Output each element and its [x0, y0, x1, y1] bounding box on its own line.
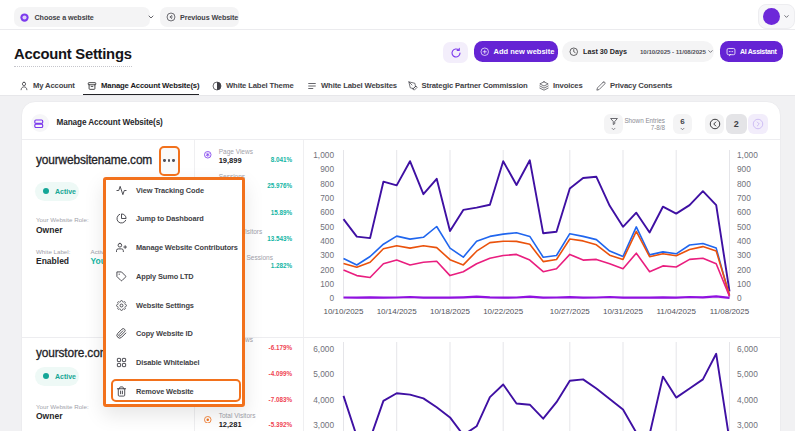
- svg-text:900: 900: [320, 164, 334, 174]
- svg-text:1,000: 1,000: [313, 150, 334, 160]
- svg-text:3,000: 3,000: [313, 420, 334, 430]
- svg-text:700: 700: [320, 193, 334, 203]
- svg-text:10/18/2025: 10/18/2025: [430, 307, 471, 316]
- svg-text:10/10/2025: 10/10/2025: [323, 307, 364, 316]
- svg-text:100: 100: [320, 279, 334, 289]
- svg-text:400: 400: [737, 236, 751, 246]
- svg-text:4,000: 4,000: [313, 395, 334, 405]
- svg-text:4,000: 4,000: [737, 395, 758, 405]
- svg-text:3,000: 3,000: [737, 420, 758, 430]
- svg-text:1,000: 1,000: [737, 150, 758, 160]
- svg-text:10/14/2025: 10/14/2025: [377, 307, 418, 316]
- svg-text:900: 900: [737, 164, 751, 174]
- svg-text:10/22/2025: 10/22/2025: [483, 307, 524, 316]
- svg-text:800: 800: [737, 179, 751, 189]
- svg-text:200: 200: [737, 265, 751, 275]
- svg-text:700: 700: [737, 193, 751, 203]
- svg-text:600: 600: [737, 207, 751, 217]
- svg-text:11/04/2025: 11/04/2025: [656, 307, 696, 316]
- svg-text:600: 600: [320, 207, 334, 217]
- svg-text:200: 200: [320, 265, 334, 275]
- svg-text:300: 300: [737, 250, 751, 260]
- svg-text:0: 0: [737, 293, 742, 303]
- svg-text:800: 800: [320, 179, 334, 189]
- svg-text:500: 500: [320, 222, 334, 232]
- svg-text:10/31/2025: 10/31/2025: [603, 307, 644, 316]
- svg-text:0: 0: [329, 293, 334, 303]
- svg-text:5,000: 5,000: [737, 369, 758, 379]
- svg-text:11/08/2025: 11/08/2025: [710, 307, 750, 316]
- svg-text:6,000: 6,000: [313, 344, 334, 354]
- svg-text:100: 100: [737, 279, 751, 289]
- svg-text:10/27/2025: 10/27/2025: [550, 307, 591, 316]
- svg-text:6,000: 6,000: [737, 344, 758, 354]
- svg-text:300: 300: [320, 250, 334, 260]
- svg-text:500: 500: [737, 222, 751, 232]
- svg-text:5,000: 5,000: [313, 369, 334, 379]
- svg-text:400: 400: [320, 236, 334, 246]
